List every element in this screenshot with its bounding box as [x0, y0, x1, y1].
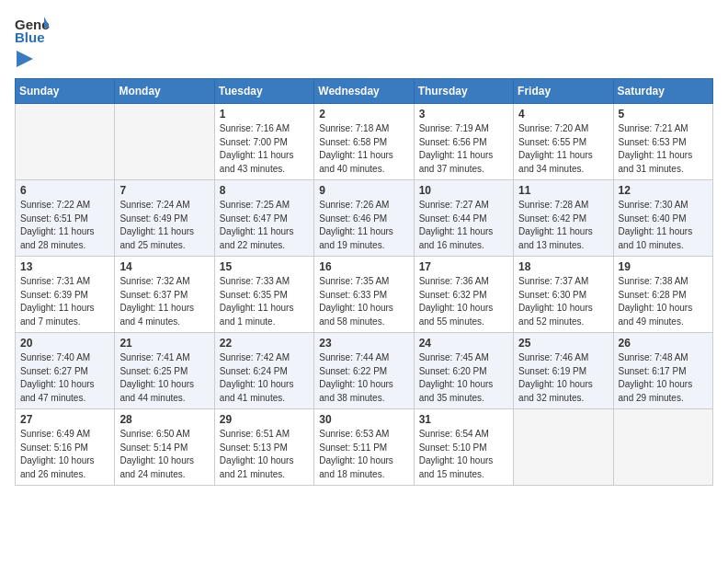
weekday-header-wednesday: Wednesday: [314, 79, 414, 104]
day-number: 22: [220, 337, 309, 350]
day-number: 23: [319, 337, 408, 350]
day-number: 1: [220, 108, 309, 121]
calendar-cell: 1Sunrise: 7:16 AM Sunset: 7:00 PM Daylig…: [214, 104, 313, 180]
calendar-cell: 19Sunrise: 7:38 AM Sunset: 6:28 PM Dayli…: [613, 257, 712, 333]
week-row-3: 13Sunrise: 7:31 AM Sunset: 6:39 PM Dayli…: [16, 257, 713, 333]
day-number: 11: [518, 184, 608, 197]
calendar-cell: [514, 409, 613, 486]
day-info: Sunrise: 7:48 AM Sunset: 6:17 PM Dayligh…: [619, 351, 708, 405]
week-row-1: 1Sunrise: 7:16 AM Sunset: 7:00 PM Daylig…: [16, 104, 713, 180]
calendar-cell: 6Sunrise: 7:22 AM Sunset: 6:51 PM Daylig…: [16, 180, 115, 257]
day-info: Sunrise: 6:50 AM Sunset: 5:14 PM Dayligh…: [119, 428, 209, 481]
day-info: Sunrise: 7:46 AM Sunset: 6:19 PM Dayligh…: [518, 351, 608, 405]
calendar-cell: 25Sunrise: 7:46 AM Sunset: 6:19 PM Dayli…: [514, 333, 613, 409]
calendar-cell: 3Sunrise: 7:19 AM Sunset: 6:56 PM Daylig…: [414, 104, 513, 180]
day-number: 14: [119, 260, 209, 273]
day-number: 25: [518, 337, 608, 350]
calendar-cell: [613, 409, 712, 486]
day-info: Sunrise: 6:54 AM Sunset: 5:10 PM Dayligh…: [419, 428, 508, 481]
day-info: Sunrise: 7:26 AM Sunset: 6:46 PM Dayligh…: [319, 199, 408, 252]
day-info: Sunrise: 7:20 AM Sunset: 6:55 PM Dayligh…: [518, 122, 608, 176]
day-info: Sunrise: 6:53 AM Sunset: 5:11 PM Dayligh…: [319, 428, 408, 481]
calendar-cell: 10Sunrise: 7:27 AM Sunset: 6:44 PM Dayli…: [414, 180, 513, 257]
day-info: Sunrise: 7:24 AM Sunset: 6:49 PM Dayligh…: [119, 199, 209, 252]
calendar-cell: 24Sunrise: 7:45 AM Sunset: 6:20 PM Dayli…: [414, 333, 513, 409]
calendar-cell: [16, 104, 115, 180]
day-number: 6: [20, 184, 109, 197]
calendar-table: SundayMondayTuesdayWednesdayThursdayFrid…: [15, 78, 713, 486]
day-number: 29: [220, 413, 309, 426]
day-number: 19: [619, 260, 708, 273]
weekday-header-saturday: Saturday: [613, 79, 712, 104]
logo-icon: General Blue: [15, 15, 50, 44]
day-info: Sunrise: 7:42 AM Sunset: 6:24 PM Dayligh…: [220, 351, 309, 405]
day-info: Sunrise: 7:40 AM Sunset: 6:27 PM Dayligh…: [20, 351, 109, 405]
calendar-cell: 9Sunrise: 7:26 AM Sunset: 6:46 PM Daylig…: [314, 180, 414, 257]
week-row-2: 6Sunrise: 7:22 AM Sunset: 6:51 PM Daylig…: [16, 180, 713, 257]
day-number: 7: [119, 184, 209, 197]
day-number: 8: [220, 184, 309, 197]
day-number: 5: [619, 108, 708, 121]
day-number: 31: [419, 413, 508, 426]
weekday-header-monday: Monday: [115, 79, 214, 104]
calendar-cell: 2Sunrise: 7:18 AM Sunset: 6:58 PM Daylig…: [314, 104, 414, 180]
calendar-cell: 15Sunrise: 7:33 AM Sunset: 6:35 PM Dayli…: [214, 257, 313, 333]
day-info: Sunrise: 6:49 AM Sunset: 5:16 PM Dayligh…: [20, 428, 109, 481]
day-info: Sunrise: 7:22 AM Sunset: 6:51 PM Dayligh…: [20, 199, 109, 252]
day-info: Sunrise: 7:30 AM Sunset: 6:40 PM Dayligh…: [619, 199, 708, 252]
calendar-cell: 13Sunrise: 7:31 AM Sunset: 6:39 PM Dayli…: [16, 257, 115, 333]
week-row-5: 27Sunrise: 6:49 AM Sunset: 5:16 PM Dayli…: [16, 409, 713, 486]
calendar-cell: 26Sunrise: 7:48 AM Sunset: 6:17 PM Dayli…: [613, 333, 712, 409]
svg-marker-3: [17, 51, 33, 67]
day-info: Sunrise: 7:36 AM Sunset: 6:32 PM Dayligh…: [419, 275, 508, 328]
day-number: 30: [319, 413, 408, 426]
day-number: 27: [20, 413, 109, 426]
day-info: Sunrise: 7:38 AM Sunset: 6:28 PM Dayligh…: [619, 275, 708, 328]
day-info: Sunrise: 7:28 AM Sunset: 6:42 PM Dayligh…: [518, 199, 608, 252]
day-number: 21: [119, 337, 209, 350]
calendar-cell: 21Sunrise: 7:41 AM Sunset: 6:25 PM Dayli…: [115, 333, 214, 409]
week-row-4: 20Sunrise: 7:40 AM Sunset: 6:27 PM Dayli…: [16, 333, 713, 409]
weekday-header-thursday: Thursday: [414, 79, 513, 104]
day-number: 4: [518, 108, 608, 121]
day-info: Sunrise: 7:25 AM Sunset: 6:47 PM Dayligh…: [220, 199, 309, 252]
calendar-cell: 18Sunrise: 7:37 AM Sunset: 6:30 PM Dayli…: [514, 257, 613, 333]
day-number: 18: [518, 260, 608, 273]
calendar-cell: 27Sunrise: 6:49 AM Sunset: 5:16 PM Dayli…: [16, 409, 115, 486]
weekday-header-row: SundayMondayTuesdayWednesdayThursdayFrid…: [16, 79, 713, 104]
day-info: Sunrise: 7:19 AM Sunset: 6:56 PM Dayligh…: [419, 122, 508, 176]
day-info: Sunrise: 7:35 AM Sunset: 6:33 PM Dayligh…: [319, 275, 408, 328]
day-info: Sunrise: 7:45 AM Sunset: 6:20 PM Dayligh…: [419, 351, 508, 405]
weekday-header-friday: Friday: [514, 79, 613, 104]
calendar-cell: 17Sunrise: 7:36 AM Sunset: 6:32 PM Dayli…: [414, 257, 513, 333]
calendar-cell: 14Sunrise: 7:32 AM Sunset: 6:37 PM Dayli…: [115, 257, 214, 333]
calendar-cell: [115, 104, 214, 180]
day-number: 15: [220, 260, 309, 273]
calendar-cell: 7Sunrise: 7:24 AM Sunset: 6:49 PM Daylig…: [115, 180, 214, 257]
day-info: Sunrise: 7:37 AM Sunset: 6:30 PM Dayligh…: [518, 275, 608, 328]
day-number: 12: [619, 184, 708, 197]
calendar-cell: 8Sunrise: 7:25 AM Sunset: 6:47 PM Daylig…: [214, 180, 313, 257]
calendar-cell: 4Sunrise: 7:20 AM Sunset: 6:55 PM Daylig…: [514, 104, 613, 180]
day-number: 24: [419, 337, 508, 350]
day-number: 26: [619, 337, 708, 350]
calendar-cell: 31Sunrise: 6:54 AM Sunset: 5:10 PM Dayli…: [414, 409, 513, 486]
calendar-cell: 20Sunrise: 7:40 AM Sunset: 6:27 PM Dayli…: [16, 333, 115, 409]
calendar-cell: 12Sunrise: 7:30 AM Sunset: 6:40 PM Dayli…: [613, 180, 712, 257]
day-info: Sunrise: 7:33 AM Sunset: 6:35 PM Dayligh…: [220, 275, 309, 328]
calendar-cell: 22Sunrise: 7:42 AM Sunset: 6:24 PM Dayli…: [214, 333, 313, 409]
calendar-cell: 5Sunrise: 7:21 AM Sunset: 6:53 PM Daylig…: [613, 104, 712, 180]
calendar-cell: 28Sunrise: 6:50 AM Sunset: 5:14 PM Dayli…: [115, 409, 214, 486]
day-number: 2: [319, 108, 408, 121]
day-info: Sunrise: 7:41 AM Sunset: 6:25 PM Dayligh…: [119, 351, 209, 405]
day-info: Sunrise: 6:51 AM Sunset: 5:13 PM Dayligh…: [220, 428, 309, 481]
day-number: 10: [419, 184, 508, 197]
calendar-cell: 11Sunrise: 7:28 AM Sunset: 6:42 PM Dayli…: [514, 180, 613, 257]
day-info: Sunrise: 7:16 AM Sunset: 7:00 PM Dayligh…: [220, 122, 309, 176]
day-number: 20: [20, 337, 109, 350]
weekday-header-sunday: Sunday: [16, 79, 115, 104]
day-info: Sunrise: 7:27 AM Sunset: 6:44 PM Dayligh…: [419, 199, 508, 252]
calendar-cell: 30Sunrise: 6:53 AM Sunset: 5:11 PM Dayli…: [314, 409, 414, 486]
weekday-header-tuesday: Tuesday: [214, 79, 313, 104]
day-info: Sunrise: 7:31 AM Sunset: 6:39 PM Dayligh…: [20, 275, 109, 328]
